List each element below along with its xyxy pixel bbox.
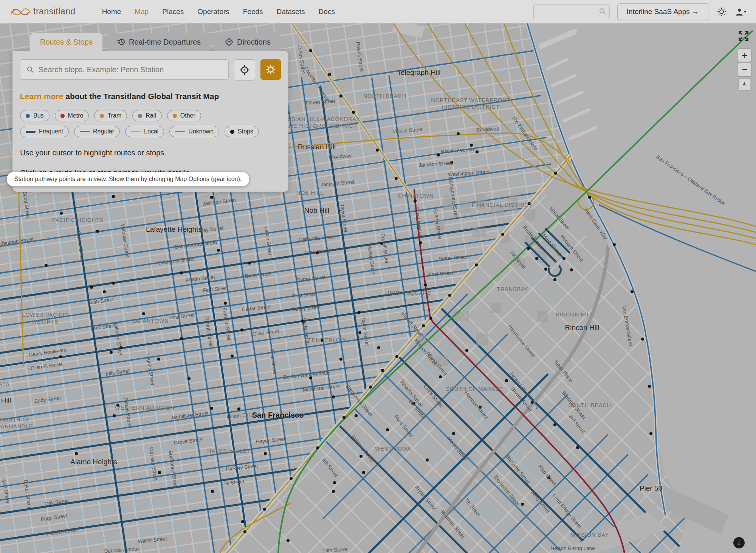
locate-me-button[interactable]	[234, 59, 255, 81]
zoom-out-button[interactable]: −	[738, 63, 751, 76]
stop-dot[interactable]	[316, 446, 319, 449]
nav-item-datasets[interactable]: Datasets	[277, 8, 305, 16]
stop-dot[interactable]	[501, 233, 504, 236]
nav-item-places[interactable]: Places	[162, 8, 184, 16]
learn-more-link[interactable]: Learn more	[20, 92, 63, 101]
tab-realtime-departures[interactable]: Real-time Departures	[107, 33, 211, 51]
stop-dot[interactable]	[395, 355, 398, 358]
stop-dot[interactable]	[479, 406, 482, 409]
nav-item-docs[interactable]: Docs	[319, 8, 335, 16]
stop-dot[interactable]	[531, 401, 534, 404]
map-options-gear-button[interactable]	[260, 59, 281, 80]
stop-dot[interactable]	[613, 243, 616, 246]
stop-dot[interactable]	[562, 257, 565, 260]
fullscreen-button[interactable]	[738, 30, 749, 43]
stop-dot[interactable]	[309, 49, 312, 52]
stop-dot[interactable]	[210, 407, 213, 410]
zoom-in-button[interactable]: +	[738, 48, 751, 62]
stop-dot[interactable]	[248, 262, 251, 265]
stop-search-input[interactable]: Search stops. Example: Penn Station	[20, 59, 229, 80]
stop-dot[interactable]	[429, 317, 432, 320]
stop-dot[interactable]	[476, 150, 479, 153]
stop-dot[interactable]	[553, 278, 556, 281]
stop-dot[interactable]	[386, 428, 389, 431]
stop-dot[interactable]	[240, 328, 243, 331]
stop-dot[interactable]	[45, 264, 48, 267]
stop-dot[interactable]	[528, 202, 531, 205]
stop-dot[interactable]	[119, 346, 122, 349]
stop-dot[interactable]	[457, 132, 460, 135]
stop-dot[interactable]	[553, 423, 556, 426]
stop-dot[interactable]	[641, 338, 644, 341]
stop-dot[interactable]	[309, 376, 312, 380]
stop-dot[interactable]	[328, 73, 331, 76]
stop-dot[interactable]	[263, 508, 266, 511]
stop-dot[interactable]	[96, 230, 99, 233]
stop-dot[interactable]	[381, 369, 384, 372]
stop-dot[interactable]	[439, 375, 442, 378]
stop-dot[interactable]	[358, 311, 361, 314]
stop-dot[interactable]	[231, 355, 234, 358]
stop-dot[interactable]	[116, 404, 119, 407]
stop-dot[interactable]	[264, 452, 267, 455]
stop-dot[interactable]	[380, 242, 383, 245]
stop-dot[interactable]	[544, 268, 547, 271]
stop-dot[interactable]	[505, 379, 508, 382]
stop-dot[interactable]	[339, 358, 342, 361]
stop-dot[interactable]	[180, 337, 183, 340]
stop-dot[interactable]	[217, 249, 220, 252]
stop-dot[interactable]	[60, 212, 63, 215]
stop-dot[interactable]	[237, 407, 240, 410]
stop-dot[interactable]	[103, 290, 106, 293]
stop-dot[interactable]	[75, 452, 78, 455]
tab-directions[interactable]: Directions	[215, 33, 280, 51]
stop-dot[interactable]	[333, 481, 336, 484]
stop-dot[interactable]	[424, 283, 427, 287]
stop-dot[interactable]	[321, 339, 324, 342]
nav-item-feeds[interactable]: Feeds	[243, 8, 263, 16]
stop-dot[interactable]	[224, 302, 227, 305]
header-search-input[interactable]	[533, 4, 610, 19]
stop-dot[interactable]	[448, 294, 451, 297]
stop-dot[interactable]	[59, 355, 62, 358]
stop-dot[interactable]	[527, 247, 530, 250]
stop-dot[interactable]	[588, 196, 591, 199]
nav-item-map[interactable]: Map	[135, 8, 149, 16]
stop-dot[interactable]	[422, 324, 425, 327]
stop-dot[interactable]	[352, 111, 355, 114]
stop-dot[interactable]	[426, 459, 429, 462]
stop-dot[interactable]	[241, 520, 244, 523]
info-button[interactable]: i	[733, 537, 745, 548]
stop-dot[interactable]	[521, 503, 524, 506]
stop-dot[interactable]	[211, 490, 214, 493]
stop-dot[interactable]	[112, 195, 115, 198]
stop-dot[interactable]	[547, 476, 550, 479]
stop-dot[interactable]	[369, 386, 372, 389]
stop-dot[interactable]	[631, 290, 634, 293]
stop-dot[interactable]	[180, 271, 183, 274]
account-menu[interactable]: ▾	[735, 6, 746, 17]
stop-dot[interactable]	[112, 282, 115, 285]
stop-dot[interactable]	[187, 377, 191, 380]
stop-dot[interactable]	[570, 268, 573, 271]
stop-dot[interactable]	[358, 331, 361, 334]
tab-routes-stops[interactable]: Routes & Stops	[30, 33, 102, 51]
nav-item-home[interactable]: Home	[102, 8, 121, 16]
stop-dot[interactable]	[412, 402, 415, 405]
stop-dot[interactable]	[535, 257, 538, 260]
stop-dot[interactable]	[142, 312, 145, 315]
stop-dot[interactable]	[355, 414, 358, 417]
stop-dot[interactable]	[113, 414, 116, 417]
stop-dot[interactable]	[450, 161, 453, 164]
stop-dot[interactable]	[648, 385, 651, 388]
stop-dot[interactable]	[342, 416, 345, 419]
stop-dot[interactable]	[554, 172, 557, 175]
stop-dot[interactable]	[332, 490, 335, 493]
stop-dot[interactable]	[414, 200, 417, 203]
stop-dot[interactable]	[437, 153, 440, 156]
stop-dot[interactable]	[332, 395, 335, 398]
stop-dot[interactable]	[376, 149, 379, 152]
stop-dot[interactable]	[90, 286, 93, 289]
transitland-logo[interactable]: transitland	[10, 6, 76, 17]
interline-saas-button[interactable]: Interline SaaS Apps →	[617, 3, 708, 20]
